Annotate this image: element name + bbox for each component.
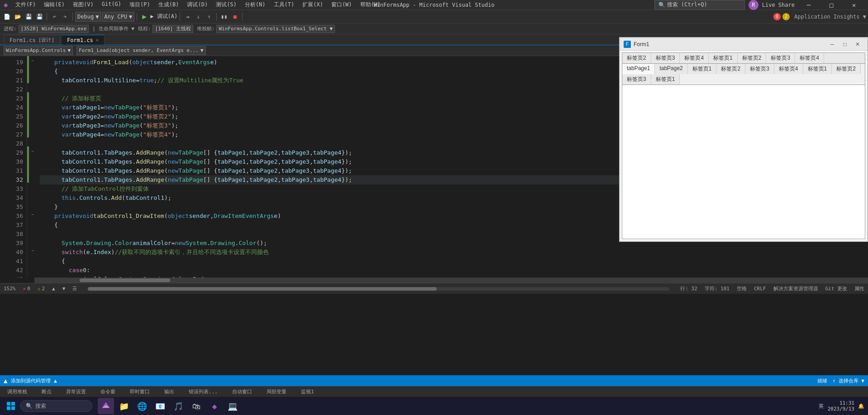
form-tab-row2-5[interactable]: 标签页4: [774, 64, 803, 74]
line-number-29: 29: [0, 148, 27, 157]
tab-close-icon[interactable]: ✕: [96, 38, 99, 42]
menu-tools[interactable]: 工具(T): [270, 0, 298, 9]
menu-extensions[interactable]: 扩展(X): [299, 0, 327, 9]
save-all-icon[interactable]: 💾: [34, 12, 44, 22]
form-tab-row2-3[interactable]: 标签页2: [716, 64, 745, 74]
scroll-thumb[interactable]: [80, 278, 170, 282]
step-over-icon[interactable]: ⇥: [182, 12, 192, 22]
account-icon[interactable]: R: [749, 0, 758, 10]
select-repo[interactable]: ↑ 选择合库 ▼: [833, 377, 865, 384]
menu-edit[interactable]: 编辑(E): [40, 0, 68, 9]
form-tab-row1-3[interactable]: 标签页1: [709, 53, 738, 63]
bottom-tab-breakpoints[interactable]: 断点: [38, 387, 55, 396]
bottom-tab-watch[interactable]: 监视1: [297, 387, 318, 396]
step-out-icon[interactable]: ⇑: [204, 12, 214, 22]
tab-form1-cs[interactable]: Form1.cs ✕: [61, 35, 105, 45]
music-app-icon[interactable]: 🎵: [170, 398, 186, 414]
undo-icon[interactable]: ↶: [49, 12, 59, 22]
menu-analyze[interactable]: 分析(N): [241, 0, 269, 9]
start-button[interactable]: [4, 399, 18, 413]
edge-app-icon[interactable]: 🌐: [134, 398, 150, 414]
platform-dropdown[interactable]: Any CPU ▼: [102, 12, 134, 22]
filter-icon[interactable]: ☰: [72, 286, 77, 292]
token: EventArgs: [178, 58, 210, 67]
solution-explorer-link[interactable]: 解决方案资源管理器: [773, 285, 818, 292]
token: TabPage: [178, 148, 203, 157]
menu-test[interactable]: 测试(S): [212, 0, 240, 9]
menu-git[interactable]: Git(G): [98, 0, 125, 9]
form-tab-row2-4[interactable]: 标签页3: [745, 64, 774, 74]
form-tab-row1-2[interactable]: 标签页4: [680, 53, 709, 63]
step-into-icon[interactable]: ⇓: [193, 12, 203, 22]
form1-minimize[interactable]: ─: [826, 40, 838, 49]
menu-project[interactable]: 项目(P): [126, 0, 154, 9]
form-tab-row2-2[interactable]: 标签页1: [688, 64, 717, 74]
new-project-icon[interactable]: 📄: [2, 12, 12, 22]
form-tab-row1-1[interactable]: 标签页3: [651, 53, 680, 63]
navigate-up-icon[interactable]: ▲: [52, 286, 55, 292]
open-icon[interactable]: 📂: [13, 12, 23, 22]
form1-maximize[interactable]: □: [839, 40, 851, 49]
debug-config-dropdown[interactable]: Debug ▼: [75, 12, 101, 22]
maximize-button[interactable]: □: [821, 0, 842, 10]
mail-app-icon[interactable]: 📧: [152, 398, 168, 414]
git-changes-link[interactable]: Git 更改: [825, 285, 848, 292]
bottom-tab-locals[interactable]: 局部变量: [263, 387, 290, 396]
horizontal-scrollbar[interactable]: [34, 278, 868, 283]
minimize-button[interactable]: ─: [798, 0, 819, 10]
menu-debug[interactable]: 调试(D): [183, 0, 211, 9]
form-tab-row2-9[interactable]: 标签页1: [651, 74, 680, 85]
form-tab-row1-0[interactable]: 标签页2: [622, 53, 651, 63]
global-search[interactable]: 🔍 搜索 (Ctrl+Q): [654, 0, 745, 10]
notification-icon[interactable]: 🔔: [858, 403, 864, 409]
close-button[interactable]: ✕: [844, 0, 864, 10]
lifecycle-events[interactable]: | 生命周期事件 ▼: [92, 25, 134, 32]
purple-app-icon[interactable]: ◆: [206, 398, 223, 414]
live-share-btn[interactable]: Live Share: [762, 2, 795, 8]
form-tab-row2-0[interactable]: tabPage1: [622, 64, 655, 75]
bottom-tab-callstack[interactable]: 调用堆栈: [4, 387, 31, 396]
form-tab-row1-4[interactable]: 标签页2: [738, 53, 767, 63]
bottom-tab-exceptions[interactable]: 异常设置: [62, 387, 90, 396]
form-tab-row2-6[interactable]: 标签页1: [803, 64, 832, 74]
menu-file[interactable]: 文件(F): [12, 0, 40, 9]
menu-build[interactable]: 生成(B): [155, 0, 183, 9]
navigate-down-icon[interactable]: ▼: [62, 286, 66, 292]
pause-icon[interactable]: ▮▮: [219, 12, 229, 22]
explorer-app-icon[interactable]: 📁: [116, 398, 132, 414]
minimap-scrollbar[interactable]: [88, 287, 669, 291]
bottom-tab-immediate[interactable]: 即时窗口: [126, 387, 153, 396]
bottom-tab-auto[interactable]: 自动窗口: [229, 387, 256, 396]
form-tab-row2-8[interactable]: 标签页3: [622, 74, 651, 85]
run-label[interactable]: ▶ 调试(A): [150, 13, 177, 20]
method-dropdown[interactable]: Form1_Load(object sender, EventArgs e...…: [76, 46, 206, 55]
tab-form1-design[interactable]: Form1.cs [设计]: [4, 35, 60, 45]
thread-dropdown[interactable]: [1640] 主线程: [153, 25, 193, 33]
add-source-control[interactable]: 添加到源代码管理 ▲: [11, 377, 57, 384]
form-tab-row2-7[interactable]: 标签页2: [832, 64, 861, 74]
bottom-tab-command[interactable]: 命令窗: [97, 387, 119, 396]
bottom-tab-output[interactable]: 输出: [161, 387, 178, 396]
thread-label: 线程:: [138, 25, 151, 32]
form-tab-row1-6[interactable]: 标签页4: [795, 53, 824, 63]
menu-window[interactable]: 窗口(W): [328, 0, 356, 9]
save-icon[interactable]: 💾: [24, 12, 33, 22]
properties-link[interactable]: 属性: [854, 285, 864, 292]
taskbar-search[interactable]: 🔍 搜索: [20, 400, 92, 412]
stack-dropdown[interactable]: WinFormsApp.Controls.listBox1_Select ▼: [216, 25, 335, 33]
redo-icon[interactable]: ↷: [60, 12, 70, 22]
source-control-icon[interactable]: ▲: [4, 377, 7, 384]
class-dropdown[interactable]: WinFormsApp.Controls ▼: [4, 46, 73, 55]
token: // 添加标签页: [62, 94, 101, 103]
form-tab-row1-5[interactable]: 标签页3: [766, 53, 795, 63]
store-app-icon[interactable]: 🛍: [188, 398, 205, 414]
bottom-tab-errors[interactable]: 错误列表...: [185, 387, 221, 396]
process-dropdown[interactable]: [3528] WinFormsApp.exe: [19, 25, 89, 33]
form1-close[interactable]: ✕: [852, 40, 863, 49]
menu-view[interactable]: 视图(V): [69, 0, 97, 9]
form-tab-row2-1[interactable]: tabPage2: [655, 64, 687, 74]
dev-app-icon[interactable]: 💻: [224, 398, 241, 414]
stop-icon[interactable]: ■: [230, 12, 240, 22]
run-button[interactable]: ▶: [139, 12, 149, 22]
vs-app-icon[interactable]: [98, 398, 114, 414]
